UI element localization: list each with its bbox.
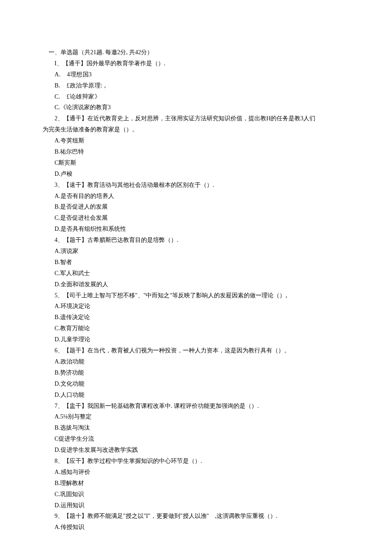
question-8: 8、【应干】教学过程中学生掌握知识的中心环节是（）. A.感知与评价 B.理解教… xyxy=(43,456,349,511)
option-b: B.智者 xyxy=(43,257,349,268)
option-a: A.夸荚纽斯 xyxy=(43,135,349,146)
question-4: 4、【题干】古希腊斯巴达教育目的是培弊（）. A.演说家 B.智者 C.军人和武… xyxy=(43,235,349,290)
option-b: B.祐尔巴特 xyxy=(43,146,349,157)
option-d: D.运用知识 xyxy=(43,500,349,511)
option-d: D.促进学生发展与改进教学实践 xyxy=(43,445,349,456)
option-d: D.是否具有组织性和系统性 xyxy=(43,224,349,235)
question-9: 9、【题十】教师不能满足"授之以"I"，更要做到"授人以渔" ,这演调教学应重视… xyxy=(43,511,349,533)
option-a: A.感知与评价 xyxy=(43,467,349,478)
option-c: C. £论雄辩家》 xyxy=(43,91,349,102)
option-d: C.《论演说家的教育3 xyxy=(43,102,349,113)
option-c: C斯宾斯 xyxy=(43,157,349,169)
option-a: A.环境决定论 xyxy=(43,301,349,312)
option-a: A.是否有目的的培养人 xyxy=(43,191,349,202)
question-stem: 8、【应干】教学过程中学生掌握知识的中心环节是（）. xyxy=(43,456,349,467)
question-3: 3、【速干】教育活动与其他社会活动最根本的区别在于（）. A.是否有目的的培养人… xyxy=(43,180,349,235)
option-b: B.遗传决定论 xyxy=(43,312,349,323)
option-c: C.巩固知识 xyxy=(43,489,349,500)
question-2: 2、【通干】在近代教育史上，反对思辨，主张用实证方法研究知识价值，提出教H的任务… xyxy=(43,113,349,179)
question-stem: 7、【盅干】我国新一轮基础教育课程改革中. 课程评价功能更加强询的是（）. xyxy=(43,401,349,412)
question-stem: 6、【题干】在当代，教育被人们视为一种投资，一种人力资本，这是因为教行具有（）。 xyxy=(43,345,349,356)
question-stem: I、【通干】国外最早的教育学著作是（）. xyxy=(43,58,349,69)
question-stem: 2、【通干】在近代教育史上，反对思辨，主张用实证方法研究知识价值，提出教H的任务… xyxy=(43,113,349,124)
question-1: I、【通干】国外最早的教育学著作是（）. A. 4理想国3 B. £政治学原理:… xyxy=(43,58,349,113)
option-c: C.是否促进社会发展 xyxy=(43,212,349,224)
question-stem: 9、【题十】教师不能满足"授之以"I"，更要做到"授人以渔" ,这演调教学应重视… xyxy=(43,511,349,522)
question-7: 7、【盅干】我国新一轮基础教育课程改革中. 课程评价功能更加强询的是（）. A.… xyxy=(43,401,349,456)
question-5: 5、【司干上唯上智与下想不移"、"中而知之"等反映了影响人的发屣因素的做一理论（… xyxy=(43,290,349,345)
option-b: B.理解教材 xyxy=(43,478,349,489)
question-stem: 3、【速干】教育活动与其他社会活动最根本的区别在于（）. xyxy=(43,180,349,191)
option-d: D.人口功能 xyxy=(43,389,349,401)
question-continuation: 为完美生活做准备的教育家是（）。 xyxy=(43,124,349,135)
option-a: A. 4理想国3 xyxy=(43,69,349,80)
option-b: B.势济功能 xyxy=(43,367,349,378)
question-6: 6、【题干】在当代，教育被人们视为一种投资，一种人力资本，这是因为教行具有（）。… xyxy=(43,345,349,400)
option-c: C.军人和武士 xyxy=(43,268,349,279)
section-header: 一、单选题（共21趟. 每邀2分, 共42分） xyxy=(43,47,349,58)
option-b: B.是否促进人的发展 xyxy=(43,201,349,212)
question-stem: 4、【题干】古希腊斯巴达教育目的是培弊（）. xyxy=(43,235,349,246)
option-a: A.政治功能 xyxy=(43,356,349,367)
option-c: C促进学生分流 xyxy=(43,433,349,445)
option-d: D.卢梭 xyxy=(43,169,349,180)
option-b: B. £政治学原理: , xyxy=(43,80,349,91)
option-a: A.演说家 xyxy=(43,246,349,257)
option-b: B.选拔与淘汰 xyxy=(43,422,349,433)
option-d: D.全面和谐发展的人 xyxy=(43,279,349,290)
option-a: A.5⅛别与整定 xyxy=(43,411,349,422)
option-c: C.教育万能论 xyxy=(43,323,349,334)
option-c: D.文化功能 xyxy=(43,378,349,389)
option-a: A.传授知识 xyxy=(43,522,349,533)
question-stem: 5、【司干上唯上智与下想不移"、"中而知之"等反映了影响人的发屣因素的做一理论（… xyxy=(43,290,349,301)
option-d: D.儿童学理论 xyxy=(43,334,349,345)
